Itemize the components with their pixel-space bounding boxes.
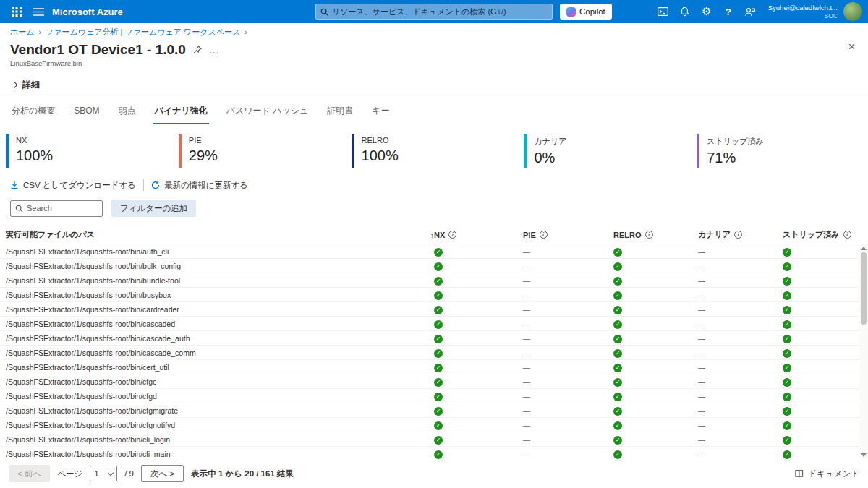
column-canary[interactable]: カナリア i	[698, 229, 783, 240]
pass-check-icon: ✓	[434, 262, 443, 271]
sort-ascending-icon[interactable]: ↑	[417, 231, 434, 239]
help-icon[interactable]: ?	[718, 0, 739, 23]
info-icon[interactable]: i	[448, 231, 456, 239]
info-icon[interactable]: i	[734, 231, 742, 239]
table-row[interactable]: /SquashFSExtractor/1/squashfs-root/bin/b…	[0, 273, 868, 288]
documentation-link[interactable]: ドキュメント	[794, 468, 859, 479]
pass-check-icon: ✓	[613, 407, 622, 416]
account-menu[interactable]: Syuhei@caledfwlch.t... SOC	[768, 4, 838, 20]
info-icon[interactable]: i	[540, 231, 548, 239]
global-search-input[interactable]	[332, 7, 548, 16]
metric-card: RELRO 100%	[352, 134, 517, 168]
table-body-wrap: /SquashFSExtractor/1/squashfs-root/bin/a…	[0, 244, 868, 459]
file-path: /SquashFSExtractor/1/squashfs-root/bin/c…	[6, 421, 417, 429]
previous-page-button[interactable]: < 前へ	[9, 465, 50, 482]
details-expander[interactable]: 詳細	[0, 72, 868, 98]
file-path: /SquashFSExtractor/1/squashfs-root/bin/c…	[6, 334, 417, 343]
table-row[interactable]: /SquashFSExtractor/1/squashfs-root/bin/c…	[0, 447, 868, 459]
tab-weaknesses[interactable]: 弱点	[117, 98, 137, 124]
file-path: /SquashFSExtractor/1/squashfs-root/bin/c…	[6, 406, 417, 415]
column-label: ストリップ済み	[783, 229, 840, 240]
global-search[interactable]	[315, 4, 553, 20]
scrollbar-thumb[interactable]	[861, 252, 867, 325]
info-icon[interactable]: i	[645, 231, 653, 239]
tab-analysis-overview[interactable]: 分析の概要	[10, 98, 56, 124]
not-applicable-dash-icon: —	[523, 306, 530, 314]
metric-card: ストリップ済み 71%	[697, 134, 862, 168]
refresh-button[interactable]: 最新の情報に更新する	[151, 180, 248, 191]
not-applicable-dash-icon: —	[523, 262, 530, 270]
user-avatar[interactable]	[843, 2, 862, 21]
info-icon[interactable]: i	[843, 231, 851, 239]
download-csv-label: CSV としてダウンロードする	[23, 180, 136, 191]
pass-check-icon: ✓	[434, 291, 443, 300]
not-applicable-dash-icon: —	[698, 393, 705, 401]
table-row[interactable]: /SquashFSExtractor/1/squashfs-root/bin/c…	[0, 360, 868, 374]
more-options-icon[interactable]: …	[209, 44, 220, 56]
not-applicable-dash-icon: —	[523, 364, 530, 372]
table-row[interactable]: /SquashFSExtractor/1/squashfs-root/bin/c…	[0, 403, 868, 418]
notifications-bell-icon[interactable]	[674, 0, 696, 23]
scroll-down-icon[interactable]	[861, 453, 867, 457]
hamburger-menu-icon[interactable]	[27, 0, 49, 23]
pass-check-icon: ✓	[783, 335, 791, 343]
pass-check-icon: ✓	[783, 393, 791, 401]
feedback-icon[interactable]	[739, 0, 761, 23]
scroll-up-icon[interactable]	[861, 247, 867, 250]
settings-gear-icon[interactable]: ⚙	[696, 0, 718, 23]
column-stripped[interactable]: ストリップ済み i	[783, 229, 858, 240]
pass-check-icon: ✓	[434, 407, 443, 416]
tab-keys[interactable]: キー	[370, 98, 391, 124]
column-executable-path[interactable]: 実行可能ファイルのパス	[6, 229, 417, 240]
table-row[interactable]: /SquashFSExtractor/1/squashfs-root/bin/c…	[0, 374, 868, 389]
results-summary: 表示中 1 から 20 / 161 結果	[191, 468, 294, 479]
pass-check-icon: ✓	[434, 436, 443, 445]
table-row[interactable]: /SquashFSExtractor/1/squashfs-root/bin/c…	[0, 389, 868, 403]
table-row[interactable]: /SquashFSExtractor/1/squashfs-root/bin/c…	[0, 346, 868, 360]
pin-icon[interactable]	[193, 46, 202, 54]
breadcrumb-workspace[interactable]: ファームウェア分析 | ファームウェア ワークスペース	[46, 27, 240, 38]
tab-binary-hardening[interactable]: バイナリ強化	[153, 98, 209, 124]
close-icon[interactable]: ×	[848, 40, 855, 53]
table-row[interactable]: /SquashFSExtractor/1/squashfs-root/bin/c…	[0, 302, 868, 317]
column-label: PIE	[523, 231, 536, 239]
add-filter-button[interactable]: フィルターの追加	[111, 200, 196, 217]
not-applicable-dash-icon: —	[698, 407, 705, 415]
file-path: /SquashFSExtractor/1/squashfs-root/bin/c…	[6, 392, 417, 401]
cloud-shell-icon[interactable]	[652, 0, 674, 23]
table-row[interactable]: /SquashFSExtractor/1/squashfs-root/bin/c…	[0, 331, 868, 346]
firmware-analysis-page: Microsoft Azure Copilot ⚙ ? Syuhe	[0, 0, 868, 488]
waffle-menu-icon[interactable]	[6, 0, 27, 23]
tab-password-hashes[interactable]: パスワード ハッシュ	[225, 98, 310, 124]
pass-check-icon: ✓	[783, 291, 791, 300]
column-pie[interactable]: PIE i	[523, 231, 613, 239]
file-path: /SquashFSExtractor/1/squashfs-root/bin/a…	[6, 247, 417, 256]
not-applicable-dash-icon: —	[523, 393, 530, 401]
pagination-bar: < 前へ ページ 1 / 9 次へ > 表示中 1 から 20 / 161 結果…	[0, 459, 868, 488]
pass-check-icon: ✓	[613, 335, 622, 343]
table-search-input[interactable]	[27, 204, 98, 213]
tab-certificates[interactable]: 証明書	[326, 98, 354, 124]
download-csv-button[interactable]: CSV としてダウンロードする	[10, 180, 136, 191]
azure-brand[interactable]: Microsoft Azure	[52, 7, 123, 17]
tab-sbom[interactable]: SBOM	[72, 98, 101, 124]
copilot-button[interactable]: Copilot	[560, 4, 612, 20]
table-row[interactable]: /SquashFSExtractor/1/squashfs-root/bin/b…	[0, 288, 868, 302]
pass-check-icon: ✓	[783, 262, 791, 271]
breadcrumb-home[interactable]: ホーム	[10, 27, 35, 38]
column-relro[interactable]: RELRO i	[613, 231, 698, 239]
file-path: /SquashFSExtractor/1/squashfs-root/bin/b…	[6, 276, 417, 285]
column-nx[interactable]: NX i	[434, 231, 523, 239]
table-row[interactable]: /SquashFSExtractor/1/squashfs-root/bin/c…	[0, 432, 868, 447]
next-page-button[interactable]: 次へ >	[141, 465, 184, 482]
vertical-scrollbar[interactable]	[859, 244, 868, 459]
pass-check-icon: ✓	[783, 248, 791, 257]
command-bar: CSV としてダウンロードする 最新の情報に更新する	[0, 179, 868, 198]
metric-label: カナリア	[534, 136, 689, 147]
table-row[interactable]: /SquashFSExtractor/1/squashfs-root/bin/a…	[0, 244, 868, 259]
table-row[interactable]: /SquashFSExtractor/1/squashfs-root/bin/c…	[0, 418, 868, 432]
table-row[interactable]: /SquashFSExtractor/1/squashfs-root/bin/b…	[0, 259, 868, 273]
table-search-box[interactable]	[10, 200, 103, 217]
page-number-select[interactable]: 1	[90, 466, 117, 481]
table-row[interactable]: /SquashFSExtractor/1/squashfs-root/bin/c…	[0, 317, 868, 331]
